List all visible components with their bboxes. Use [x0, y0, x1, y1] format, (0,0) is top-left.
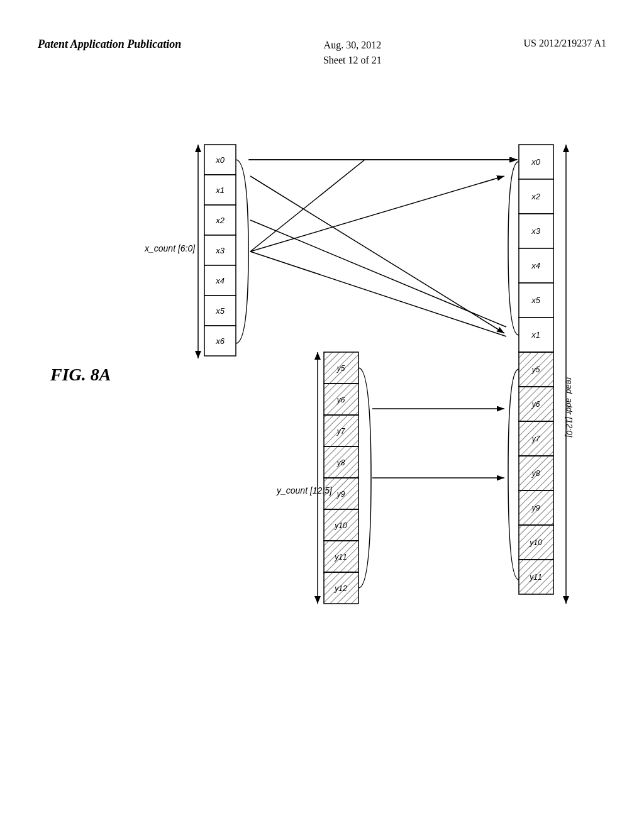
- svg-text:x0: x0: [215, 155, 225, 165]
- svg-marker-3: [195, 145, 201, 152]
- svg-text:y7: y7: [336, 427, 346, 436]
- svg-text:y10: y10: [334, 521, 347, 530]
- page-header: Patent Application Publication Aug. 30, …: [0, 38, 644, 68]
- svg-marker-38: [563, 596, 569, 604]
- diagram-container: x_count [6:0] x0 x1 x2 x3 x4 x5 x6 y_cou…: [82, 126, 597, 692]
- svg-text:y7: y7: [531, 434, 541, 443]
- svg-text:y9: y9: [336, 490, 345, 499]
- svg-text:y5: y5: [531, 365, 540, 374]
- svg-text:x3: x3: [531, 226, 541, 236]
- svg-marker-39: [563, 145, 569, 152]
- svg-text:x5: x5: [215, 306, 225, 316]
- svg-text:y12: y12: [334, 584, 347, 593]
- svg-line-69: [250, 160, 365, 252]
- svg-text:y6: y6: [336, 396, 345, 404]
- publication-number: US 2012/219237 A1: [523, 38, 606, 49]
- diagram-svg: x_count [6:0] x0 x1 x2 x3 x4 x5 x6 y_cou…: [82, 126, 597, 692]
- publication-date: Aug. 30, 2012: [324, 40, 382, 50]
- svg-marker-2: [195, 351, 201, 358]
- svg-line-72: [250, 176, 504, 333]
- svg-text:y8: y8: [336, 458, 345, 467]
- svg-text:x5: x5: [531, 296, 541, 305]
- svg-text:x2: x2: [531, 192, 541, 201]
- sheet-info: Sheet 12 of 21: [323, 55, 382, 65]
- svg-text:x1: x1: [531, 330, 540, 340]
- svg-line-73: [250, 176, 504, 252]
- svg-text:x2: x2: [215, 216, 225, 225]
- publication-title: Patent Application Publication: [38, 38, 181, 51]
- svg-text:x1: x1: [215, 185, 225, 195]
- svg-line-67: [250, 252, 506, 336]
- read-addr-label: read_addr [12:0]: [565, 377, 574, 438]
- svg-text:y11: y11: [529, 573, 541, 582]
- svg-text:y10: y10: [529, 538, 542, 547]
- svg-text:x0: x0: [531, 157, 541, 167]
- svg-marker-20: [314, 352, 321, 360]
- svg-text:x6: x6: [215, 336, 225, 346]
- x-count-label: x_count [6:0]: [144, 243, 196, 253]
- svg-marker-19: [314, 596, 321, 604]
- svg-text:y11: y11: [334, 553, 347, 562]
- svg-text:x4: x4: [215, 276, 225, 285]
- svg-text:x4: x4: [531, 261, 540, 270]
- svg-text:y6: y6: [531, 400, 540, 409]
- svg-text:y9: y9: [531, 504, 540, 512]
- svg-text:y8: y8: [531, 469, 540, 478]
- svg-text:y5: y5: [336, 364, 345, 373]
- publication-date-sheet: Aug. 30, 2012 Sheet 12 of 21: [323, 38, 382, 68]
- svg-text:x3: x3: [215, 246, 225, 255]
